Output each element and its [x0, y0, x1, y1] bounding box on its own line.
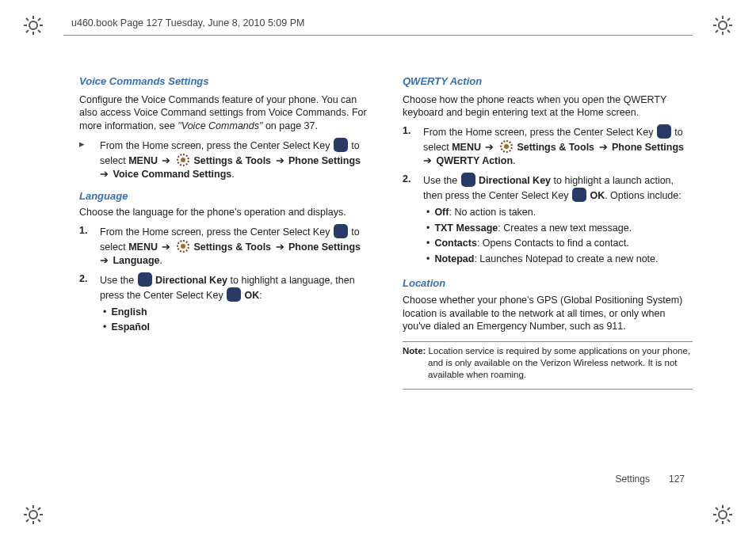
step2-a: Use the — [100, 275, 137, 286]
footer-section: Settings — [616, 473, 650, 485]
step-number-1: 1. — [403, 124, 423, 168]
corner-gear-bottom-right — [713, 505, 732, 524]
directional-key-icon — [461, 173, 475, 187]
note-text: Location service is required by some app… — [426, 346, 690, 379]
option-off: Off: No action is taken. — [426, 206, 693, 219]
option-espanol: Español — [103, 321, 369, 334]
settings-icon — [499, 139, 514, 154]
step-number-2: 2. — [79, 272, 100, 337]
qwerty-step-2-body: Use the Directional Key to highlight a l… — [423, 173, 693, 268]
notepad-label: Notepad — [434, 253, 474, 264]
settings-icon — [176, 239, 190, 253]
english-label: English — [111, 306, 147, 318]
option-english: English — [103, 306, 369, 319]
language-title: Language — [79, 189, 369, 203]
footer-page: 127 — [669, 473, 685, 485]
off-desc: : No action is taken. — [449, 207, 536, 218]
corner-gear-bottom-left — [24, 505, 43, 524]
svg-line-33 — [727, 519, 730, 522]
svg-line-14 — [716, 18, 718, 21]
svg-point-0 — [29, 21, 37, 29]
corner-gear-top-right — [713, 16, 732, 35]
center-select-key-icon — [334, 138, 348, 152]
qwerty-step-2: 2. Use the Directional Key to highlight … — [403, 173, 693, 268]
location-intro: Choose whether your phone's GPS (Global … — [403, 294, 693, 334]
arrow-2: ➔ — [596, 142, 610, 153]
step2-a: Use the — [423, 175, 460, 186]
svg-line-23 — [26, 508, 29, 510]
language-step-2: 2. Use the Directional Key to highlight … — [79, 272, 369, 337]
notepad-desc: : Launches Notepad to create a new note. — [474, 253, 658, 264]
voice-reference: "Voice Commands" — [178, 120, 262, 131]
ok-label: OK — [245, 290, 260, 301]
espanol-label: Español — [111, 321, 150, 333]
off-label: Off — [434, 207, 449, 218]
svg-point-27 — [719, 511, 727, 519]
arrow-2: ➔ — [273, 155, 287, 166]
directional-key-label: Directional Key — [155, 275, 227, 286]
arrow-1: ➔ — [483, 142, 497, 153]
svg-line-34 — [716, 519, 718, 522]
page-header: u460.book Page 127 Tuesday, June 8, 2010… — [71, 17, 304, 29]
svg-line-7 — [26, 30, 29, 32]
svg-line-5 — [26, 18, 29, 21]
phone-settings-label: Phone Settings — [288, 241, 361, 253]
qwerty-action-title: QWERTY Action — [403, 74, 693, 89]
svg-line-35 — [727, 508, 730, 510]
qwerty-step-1: 1. From the Home screen, press the Cente… — [403, 124, 693, 168]
note-rule-top — [403, 341, 693, 342]
voice-step-body: From the Home screen, press the Center S… — [100, 138, 369, 181]
settings-tools-label: Settings & Tools — [191, 241, 271, 253]
center-select-key-icon — [572, 188, 586, 202]
voice-commands-intro: Configure the Voice Commands feature of … — [79, 93, 369, 134]
settings-tools-label: Settings & Tools — [514, 142, 594, 153]
step2-c: . Options include: — [605, 190, 682, 201]
center-select-key-icon — [334, 224, 348, 238]
svg-line-32 — [716, 508, 718, 510]
location-title: Location — [403, 276, 693, 291]
voice-commands-title: Voice Commands Settings — [79, 74, 369, 89]
corner-gear-top-left — [24, 16, 43, 35]
ok-label: OK — [590, 190, 605, 201]
left-column: Voice Commands Settings Configure the Vo… — [79, 71, 369, 393]
step-arrow-icon — [79, 138, 100, 181]
directional-key-label: Directional Key — [479, 175, 551, 186]
note-rule-bottom — [403, 389, 693, 390]
arrow-3: ➔ — [423, 155, 434, 166]
voice-step: From the Home screen, press the Center S… — [79, 138, 369, 181]
svg-line-6 — [38, 30, 40, 32]
voice-step-lead: From the Home screen, press the Center S… — [100, 140, 333, 151]
arrow-2: ➔ — [273, 241, 287, 253]
svg-line-17 — [727, 18, 730, 21]
menu-label: MENU — [452, 142, 481, 153]
language-step-1-body: From the Home screen, press the Center S… — [100, 224, 369, 268]
arrow-1: ➔ — [159, 241, 174, 253]
voice-cmd-settings-label: Voice Command Settings — [113, 169, 231, 180]
arrow-1: ➔ — [159, 155, 174, 166]
qwerty-action-label: QWERTY Action — [436, 155, 513, 166]
lang-step1-lead: From the Home screen, press the Center S… — [100, 226, 333, 238]
phone-settings-label: Phone Settings — [288, 155, 361, 166]
svg-line-24 — [38, 519, 40, 522]
right-column: QWERTY Action Choose how the phone react… — [403, 71, 693, 393]
language-step-1: 1. From the Home screen, press the Cente… — [79, 224, 369, 268]
center-select-key-icon — [227, 287, 241, 302]
arrow-3: ➔ — [100, 169, 111, 180]
page-footer: Settings127 — [616, 473, 685, 485]
contacts-desc: : Opens Contacts to find a contact. — [477, 238, 629, 249]
center-select-key-icon — [657, 124, 671, 139]
directional-key-icon — [138, 272, 152, 287]
menu-label: MENU — [128, 155, 158, 166]
step-number-1: 1. — [79, 224, 100, 268]
svg-line-26 — [38, 508, 40, 510]
step-number-2: 2. — [403, 173, 423, 268]
qwerty-intro: Choose how the phone reacts when you ope… — [403, 93, 693, 120]
language-item-label: Language — [113, 255, 159, 266]
header-rule — [63, 35, 693, 36]
menu-label: MENU — [128, 241, 158, 253]
arrow-3: ➔ — [100, 255, 111, 266]
location-note: Note: Location service is required by so… — [403, 345, 693, 381]
settings-tools-label: Settings & Tools — [191, 155, 271, 166]
phone-settings-label: Phone Settings — [612, 142, 684, 153]
option-txt: TXT Message: Creates a new text message. — [426, 222, 693, 235]
